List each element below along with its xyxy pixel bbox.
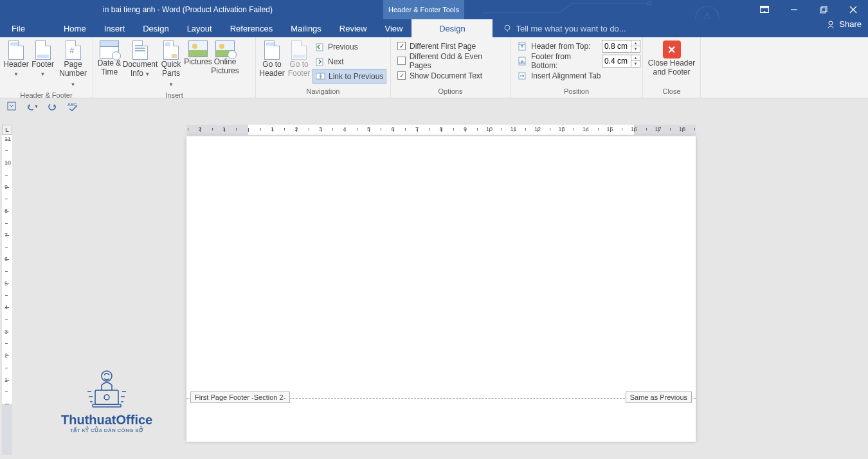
page-number-button[interactable]: # Page Number ▼ bbox=[56, 39, 90, 89]
footer-from-bottom-input[interactable] bbox=[602, 55, 631, 67]
tab-review[interactable]: Review bbox=[330, 19, 376, 37]
group-navigation: Go to Header Go to Footer Previous Next … bbox=[256, 37, 391, 98]
online-pictures-button[interactable]: Online Pictures bbox=[212, 39, 239, 75]
close-hf-icon: ✕ bbox=[663, 40, 681, 59]
checkbox-icon bbox=[397, 57, 406, 65]
pictures-button[interactable]: Pictures bbox=[185, 39, 212, 66]
next-button[interactable]: Next bbox=[312, 54, 386, 69]
tab-home[interactable]: Home bbox=[55, 19, 95, 37]
tab-layout[interactable]: Layout bbox=[178, 19, 221, 37]
group-title-hf: Header & Footer bbox=[0, 91, 93, 100]
close-header-footer-button[interactable]: ✕ Close Header and Footer bbox=[646, 39, 698, 76]
show-document-text-checkbox[interactable]: ✓ Show Document Text bbox=[393, 68, 486, 83]
header-icon bbox=[8, 40, 24, 60]
close-hf-label: Close Header and Footer bbox=[648, 59, 695, 76]
header-from-top-label: Header from Top: bbox=[531, 42, 598, 51]
footer-from-bottom-spinner[interactable]: ▲▼ bbox=[602, 55, 640, 68]
ribbon-display-options-button[interactable] bbox=[750, 0, 779, 19]
logo-main-text: ThuthuatOffice bbox=[61, 413, 152, 428]
same-as-previous-tag: Same as Previous bbox=[626, 392, 692, 403]
goto-header-icon bbox=[264, 40, 280, 60]
quick-access-toolbar: ▼ ABC bbox=[0, 98, 868, 114]
svg-rect-6 bbox=[820, 8, 826, 13]
minimize-button[interactable] bbox=[779, 0, 809, 19]
group-title-options: Options bbox=[391, 87, 510, 98]
spin-down-icon[interactable]: ▼ bbox=[631, 46, 640, 52]
close-window-button[interactable] bbox=[838, 0, 868, 19]
next-icon bbox=[315, 57, 325, 67]
footer-button[interactable]: Footer▼ bbox=[30, 39, 56, 79]
chevron-down-icon: ▼ bbox=[143, 71, 150, 77]
footer-from-bottom-label: Footer from Bottom: bbox=[531, 52, 598, 70]
diff-odd-even-label: Different Odd & Even Pages bbox=[410, 52, 503, 70]
goto-footer-label: Go to Footer bbox=[288, 60, 311, 78]
qat-undo-button[interactable]: ▼ bbox=[26, 100, 39, 113]
date-time-icon bbox=[100, 40, 119, 59]
horizontal-ruler[interactable]: 21123456789101112131415161718 bbox=[186, 125, 696, 135]
align-tab-icon bbox=[517, 71, 527, 81]
checkbox-icon: ✓ bbox=[397, 71, 406, 80]
page-number-icon: # bbox=[66, 40, 81, 60]
date-time-button[interactable]: Date & Time bbox=[96, 39, 123, 76]
chevron-down-icon: ▼ bbox=[71, 82, 76, 87]
share-button[interactable]: Share bbox=[826, 19, 862, 29]
ribbon-options-icon bbox=[760, 6, 769, 14]
qat-redo-button[interactable] bbox=[46, 100, 59, 113]
tell-me-box[interactable]: Tell me what you want to do... bbox=[493, 19, 626, 37]
footer-icon bbox=[35, 40, 51, 60]
document-info-label: Document Info bbox=[123, 60, 158, 78]
show-doc-text-label: Show Document Text bbox=[410, 71, 482, 80]
maximize-button[interactable] bbox=[809, 0, 838, 19]
undo-icon bbox=[26, 102, 33, 111]
svg-point-28 bbox=[104, 395, 109, 400]
tab-mailings[interactable]: Mailings bbox=[282, 19, 330, 37]
spin-down-icon[interactable]: ▼ bbox=[631, 61, 640, 67]
link-to-previous-button[interactable]: Link to Previous bbox=[312, 69, 386, 84]
previous-button[interactable]: Previous bbox=[312, 39, 386, 54]
tab-references[interactable]: References bbox=[221, 19, 282, 37]
watermark-logo: ThuthuatOffice TẤT KỶ CỦA DÂN CÔNG SỞ bbox=[61, 366, 152, 433]
spin-up-icon[interactable]: ▲ bbox=[631, 55, 640, 62]
footer-label: Footer bbox=[32, 60, 54, 69]
header-from-top-input[interactable] bbox=[602, 40, 631, 52]
pictures-label: Pictures bbox=[184, 57, 212, 66]
tab-file[interactable]: File bbox=[0, 19, 37, 37]
qat-customize-button[interactable] bbox=[5, 100, 18, 113]
document-page[interactable]: First Page Footer -Section 2- Same as Pr… bbox=[186, 136, 696, 442]
qat-spellcheck-button[interactable]: ABC bbox=[67, 100, 80, 113]
tab-selector[interactable]: L bbox=[2, 125, 12, 135]
goto-header-button[interactable]: Go to Header bbox=[258, 39, 285, 78]
document-info-icon bbox=[132, 40, 148, 60]
header-from-top-spinner[interactable]: ▲▼ bbox=[602, 40, 640, 53]
logo-sub-text: TẤT KỶ CỦA DÂN CÔNG SỞ bbox=[61, 428, 152, 433]
tab-design[interactable]: Design bbox=[134, 19, 177, 37]
pictures-icon bbox=[188, 40, 208, 57]
link-to-previous-label: Link to Previous bbox=[329, 72, 383, 81]
svg-rect-26 bbox=[95, 390, 118, 404]
tab-hf-design[interactable]: Design bbox=[411, 19, 493, 37]
different-odd-even-checkbox[interactable]: Different Odd & Even Pages bbox=[393, 53, 507, 68]
group-title-navigation: Navigation bbox=[256, 87, 390, 98]
titlebar: in bai tieng anh - Word (Product Activat… bbox=[0, 0, 868, 19]
tab-view[interactable]: View bbox=[375, 19, 411, 37]
group-title-insert: Insert bbox=[93, 91, 255, 100]
spellcheck-icon: ABC bbox=[68, 101, 79, 111]
insert-alignment-tab-button[interactable]: Insert Alignment Tab bbox=[513, 68, 605, 83]
footer-margin-icon bbox=[517, 56, 527, 66]
group-title-close: Close bbox=[643, 87, 700, 98]
goto-footer-button[interactable]: Go to Footer bbox=[285, 39, 312, 78]
header-button[interactable]: Header▼ bbox=[3, 39, 30, 79]
vertical-ruler[interactable]: 1234567891011 bbox=[2, 135, 12, 455]
quick-parts-button[interactable]: Quick Parts ▼ bbox=[158, 39, 185, 89]
document-info-button[interactable]: Document Info ▼ bbox=[123, 39, 158, 79]
svg-rect-23 bbox=[8, 102, 15, 110]
redo-icon bbox=[48, 102, 58, 111]
spin-up-icon[interactable]: ▲ bbox=[631, 40, 640, 47]
svg-rect-4 bbox=[761, 6, 769, 8]
svg-point-12 bbox=[829, 21, 833, 25]
page-number-label: Page Number bbox=[59, 60, 87, 78]
group-insert: Date & Time Document Info ▼ Quick Parts … bbox=[93, 37, 256, 98]
customize-icon bbox=[7, 102, 16, 111]
tab-insert[interactable]: Insert bbox=[95, 19, 134, 37]
ribbon: Header▼ Footer▼ # Page Number ▼ Header &… bbox=[0, 37, 868, 98]
